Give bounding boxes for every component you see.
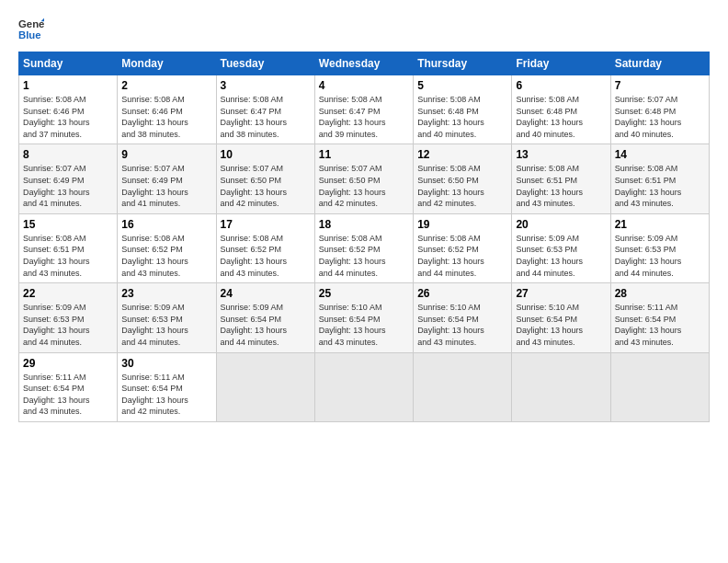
day-number: 1 xyxy=(23,79,113,92)
calendar-cell: 6Sunrise: 5:08 AM Sunset: 6:48 PM Daylig… xyxy=(512,75,610,144)
weekday-header-row: SundayMondayTuesdayWednesdayThursdayFrid… xyxy=(19,52,710,75)
day-info: Sunrise: 5:07 AM Sunset: 6:50 PM Dayligh… xyxy=(221,163,311,209)
calendar-cell: 11Sunrise: 5:07 AM Sunset: 6:50 PM Dayli… xyxy=(314,144,413,213)
day-info: Sunrise: 5:09 AM Sunset: 6:53 PM Dayligh… xyxy=(615,233,705,279)
calendar-cell: 22Sunrise: 5:09 AM Sunset: 6:53 PM Dayli… xyxy=(19,283,118,352)
day-info: Sunrise: 5:08 AM Sunset: 6:52 PM Dayligh… xyxy=(121,233,211,279)
week-row-4: 22Sunrise: 5:09 AM Sunset: 6:53 PM Dayli… xyxy=(19,283,710,352)
calendar-cell xyxy=(512,352,610,421)
week-row-1: 1Sunrise: 5:08 AM Sunset: 6:46 PM Daylig… xyxy=(19,75,710,144)
page-header: General Blue xyxy=(18,17,710,42)
day-info: Sunrise: 5:07 AM Sunset: 6:50 PM Dayligh… xyxy=(319,163,409,209)
day-info: Sunrise: 5:08 AM Sunset: 6:47 PM Dayligh… xyxy=(221,94,311,140)
day-info: Sunrise: 5:08 AM Sunset: 6:46 PM Dayligh… xyxy=(121,94,211,140)
calendar-cell: 12Sunrise: 5:08 AM Sunset: 6:50 PM Dayli… xyxy=(414,144,512,213)
day-info: Sunrise: 5:08 AM Sunset: 6:51 PM Dayligh… xyxy=(615,163,705,209)
day-number: 25 xyxy=(319,287,409,300)
calendar-cell: 28Sunrise: 5:11 AM Sunset: 6:54 PM Dayli… xyxy=(610,283,709,352)
calendar-cell: 1Sunrise: 5:08 AM Sunset: 6:46 PM Daylig… xyxy=(19,75,118,144)
day-number: 27 xyxy=(516,287,606,300)
day-number: 23 xyxy=(121,287,211,300)
day-number: 13 xyxy=(516,148,606,161)
day-number: 18 xyxy=(319,218,409,231)
calendar-cell: 29Sunrise: 5:11 AM Sunset: 6:54 PM Dayli… xyxy=(19,352,118,421)
day-number: 21 xyxy=(615,218,705,231)
calendar-body: 1Sunrise: 5:08 AM Sunset: 6:46 PM Daylig… xyxy=(19,75,710,422)
day-number: 11 xyxy=(319,148,409,161)
day-number: 2 xyxy=(121,79,211,92)
calendar-cell xyxy=(314,352,413,421)
day-number: 29 xyxy=(23,357,113,370)
calendar-cell: 5Sunrise: 5:08 AM Sunset: 6:48 PM Daylig… xyxy=(414,75,512,144)
weekday-header-tuesday: Tuesday xyxy=(216,52,314,75)
day-info: Sunrise: 5:08 AM Sunset: 6:52 PM Dayligh… xyxy=(417,233,507,279)
logo: General Blue xyxy=(18,17,44,42)
calendar-cell: 20Sunrise: 5:09 AM Sunset: 6:53 PM Dayli… xyxy=(512,213,610,282)
calendar-cell: 7Sunrise: 5:07 AM Sunset: 6:48 PM Daylig… xyxy=(610,75,709,144)
day-info: Sunrise: 5:09 AM Sunset: 6:53 PM Dayligh… xyxy=(23,302,113,348)
calendar-cell: 15Sunrise: 5:08 AM Sunset: 6:51 PM Dayli… xyxy=(19,213,118,282)
calendar-cell: 17Sunrise: 5:08 AM Sunset: 6:52 PM Dayli… xyxy=(216,213,314,282)
calendar-cell: 13Sunrise: 5:08 AM Sunset: 6:51 PM Dayli… xyxy=(512,144,610,213)
day-info: Sunrise: 5:08 AM Sunset: 6:51 PM Dayligh… xyxy=(516,163,606,209)
svg-text:Blue: Blue xyxy=(18,29,41,40)
weekday-header-friday: Friday xyxy=(512,52,610,75)
day-number: 10 xyxy=(221,148,311,161)
day-number: 15 xyxy=(23,218,113,231)
day-info: Sunrise: 5:08 AM Sunset: 6:52 PM Dayligh… xyxy=(221,233,311,279)
weekday-header-saturday: Saturday xyxy=(610,52,709,75)
calendar-cell: 30Sunrise: 5:11 AM Sunset: 6:54 PM Dayli… xyxy=(118,352,216,421)
day-info: Sunrise: 5:09 AM Sunset: 6:53 PM Dayligh… xyxy=(516,233,606,279)
day-info: Sunrise: 5:10 AM Sunset: 6:54 PM Dayligh… xyxy=(319,302,409,348)
day-info: Sunrise: 5:08 AM Sunset: 6:46 PM Dayligh… xyxy=(23,94,113,140)
calendar-cell: 9Sunrise: 5:07 AM Sunset: 6:49 PM Daylig… xyxy=(118,144,216,213)
day-number: 26 xyxy=(417,287,507,300)
calendar-cell: 10Sunrise: 5:07 AM Sunset: 6:50 PM Dayli… xyxy=(216,144,314,213)
calendar-cell: 2Sunrise: 5:08 AM Sunset: 6:46 PM Daylig… xyxy=(118,75,216,144)
calendar-cell: 27Sunrise: 5:10 AM Sunset: 6:54 PM Dayli… xyxy=(512,283,610,352)
weekday-header-wednesday: Wednesday xyxy=(314,52,413,75)
weekday-header-sunday: Sunday xyxy=(19,52,118,75)
day-number: 30 xyxy=(121,357,211,370)
svg-text:General: General xyxy=(18,18,44,29)
calendar-cell: 21Sunrise: 5:09 AM Sunset: 6:53 PM Dayli… xyxy=(610,213,709,282)
day-number: 28 xyxy=(615,287,705,300)
day-info: Sunrise: 5:08 AM Sunset: 6:51 PM Dayligh… xyxy=(23,233,113,279)
day-number: 3 xyxy=(221,79,311,92)
day-info: Sunrise: 5:11 AM Sunset: 6:54 PM Dayligh… xyxy=(615,302,705,348)
calendar-cell: 3Sunrise: 5:08 AM Sunset: 6:47 PM Daylig… xyxy=(216,75,314,144)
day-number: 5 xyxy=(417,79,507,92)
calendar-cell: 18Sunrise: 5:08 AM Sunset: 6:52 PM Dayli… xyxy=(314,213,413,282)
day-info: Sunrise: 5:08 AM Sunset: 6:47 PM Dayligh… xyxy=(319,94,409,140)
day-number: 4 xyxy=(319,79,409,92)
calendar-cell xyxy=(610,352,709,421)
day-info: Sunrise: 5:09 AM Sunset: 6:53 PM Dayligh… xyxy=(121,302,211,348)
calendar-cell: 4Sunrise: 5:08 AM Sunset: 6:47 PM Daylig… xyxy=(314,75,413,144)
day-number: 22 xyxy=(23,287,113,300)
day-info: Sunrise: 5:09 AM Sunset: 6:54 PM Dayligh… xyxy=(221,302,311,348)
day-info: Sunrise: 5:08 AM Sunset: 6:50 PM Dayligh… xyxy=(417,163,507,209)
day-number: 19 xyxy=(417,218,507,231)
week-row-2: 8Sunrise: 5:07 AM Sunset: 6:49 PM Daylig… xyxy=(19,144,710,213)
day-info: Sunrise: 5:07 AM Sunset: 6:49 PM Dayligh… xyxy=(121,163,211,209)
weekday-header-monday: Monday xyxy=(118,52,216,75)
day-info: Sunrise: 5:07 AM Sunset: 6:49 PM Dayligh… xyxy=(23,163,113,209)
day-info: Sunrise: 5:10 AM Sunset: 6:54 PM Dayligh… xyxy=(417,302,507,348)
day-info: Sunrise: 5:08 AM Sunset: 6:48 PM Dayligh… xyxy=(417,94,507,140)
day-number: 7 xyxy=(615,79,705,92)
day-number: 24 xyxy=(221,287,311,300)
day-number: 14 xyxy=(615,148,705,161)
day-number: 9 xyxy=(121,148,211,161)
calendar-table: SundayMondayTuesdayWednesdayThursdayFrid… xyxy=(18,52,710,422)
calendar-cell: 25Sunrise: 5:10 AM Sunset: 6:54 PM Dayli… xyxy=(314,283,413,352)
day-number: 6 xyxy=(516,79,606,92)
logo-icon: General Blue xyxy=(18,17,44,42)
calendar-cell: 16Sunrise: 5:08 AM Sunset: 6:52 PM Dayli… xyxy=(118,213,216,282)
week-row-5: 29Sunrise: 5:11 AM Sunset: 6:54 PM Dayli… xyxy=(19,352,710,421)
day-number: 12 xyxy=(417,148,507,161)
day-info: Sunrise: 5:08 AM Sunset: 6:48 PM Dayligh… xyxy=(516,94,606,140)
day-number: 8 xyxy=(23,148,113,161)
day-info: Sunrise: 5:07 AM Sunset: 6:48 PM Dayligh… xyxy=(615,94,705,140)
weekday-header-thursday: Thursday xyxy=(414,52,512,75)
day-info: Sunrise: 5:10 AM Sunset: 6:54 PM Dayligh… xyxy=(516,302,606,348)
